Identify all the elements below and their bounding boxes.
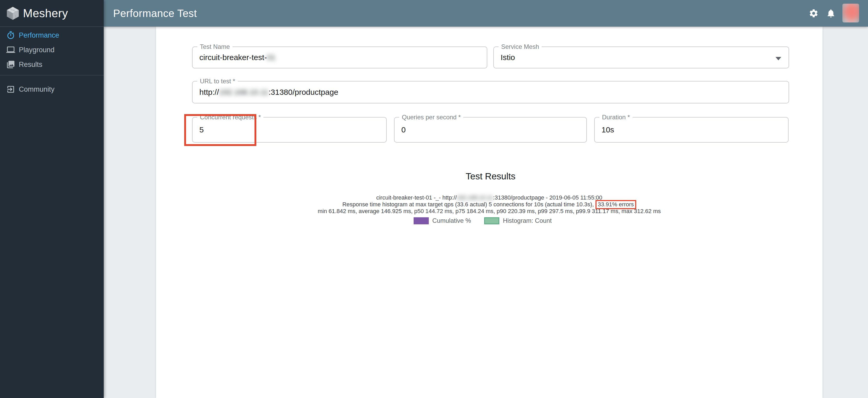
sidebar-item-label: Performance <box>19 31 59 39</box>
concurrent-requests-value: 5 <box>199 125 204 134</box>
meshery-app: Meshery Performance Playground Results <box>0 0 868 398</box>
meshery-logo-icon <box>6 6 20 20</box>
sidebar-item-performance[interactable]: Performance <box>0 28 104 42</box>
test-name-field[interactable]: Test Name circuit-breaker-test-01 <box>192 46 487 68</box>
sidebar-item-community[interactable]: Community <box>0 82 104 97</box>
test-results-summary: circuit-breaker-test-01 -_- http://192.1… <box>156 194 823 215</box>
url-field[interactable]: URL to test * http://192.168.10.11:31380… <box>192 81 789 103</box>
page-title: Performance Test <box>113 7 197 19</box>
brand-home-link[interactable]: Meshery <box>0 0 104 26</box>
laptop-icon <box>6 45 15 54</box>
duration-label: Duration * <box>599 113 632 121</box>
queries-per-second-value: 0 <box>401 125 406 134</box>
queries-per-second-field[interactable]: Queries per second * 0 <box>394 117 587 142</box>
summary-line-1: circuit-breaker-test-01 -_- http://192.1… <box>156 194 823 201</box>
brand-name: Meshery <box>23 7 68 20</box>
summary-line-3: min 61.842 ms, average 146.925 ms, p50 1… <box>156 208 823 215</box>
sidebar-divider <box>0 75 104 75</box>
redacted-text: 01 <box>267 53 275 62</box>
chart-legend: Cumulative % Histogram: Count <box>208 217 767 224</box>
legend-label-cumulative[interactable]: Cumulative % <box>432 217 471 224</box>
concurrent-requests-field[interactable]: Concurrent requests * 5 <box>192 117 387 142</box>
legend-swatch-cumulative[interactable] <box>414 217 429 224</box>
url-label: URL to test * <box>197 77 238 85</box>
notifications-button[interactable] <box>825 0 837 27</box>
concurrent-requests-label: Concurrent requests * <box>197 113 264 121</box>
sidebar-item-playground[interactable]: Playground <box>0 42 104 57</box>
sidebar-divider <box>0 26 104 27</box>
chevron-down-icon <box>775 57 781 60</box>
duration-field[interactable]: Duration * 10s <box>594 117 788 142</box>
stopwatch-icon <box>6 31 15 40</box>
queries-per-second-label: Queries per second * <box>399 113 463 121</box>
settings-button[interactable] <box>808 0 819 27</box>
avatar-image <box>842 4 859 23</box>
gallery-icon <box>6 60 15 69</box>
service-mesh-select[interactable]: Service Mesh Istio <box>493 46 789 68</box>
redacted-text: 192.168.10.11 <box>457 194 493 201</box>
sidebar-item-label: Community <box>19 86 55 94</box>
url-suffix: :31380/productpage <box>269 88 338 96</box>
legend-label-histogram[interactable]: Histogram: Count <box>503 217 552 224</box>
test-results-title: Test Results <box>192 171 789 181</box>
bell-icon <box>826 8 836 18</box>
sidebar: Meshery Performance Playground Results <box>0 0 104 398</box>
legend-swatch-histogram[interactable] <box>484 217 499 224</box>
exit-to-app-icon <box>6 85 15 94</box>
sidebar-item-label: Results <box>19 61 42 69</box>
url-prefix: http:// <box>199 88 219 96</box>
test-name-value: circuit-breaker-test- <box>199 53 267 62</box>
user-avatar[interactable] <box>842 4 859 23</box>
service-mesh-value: Istio <box>501 53 515 62</box>
service-mesh-label: Service Mesh <box>499 43 541 51</box>
duration-value: 10s <box>601 125 614 134</box>
summary-line-2: Response time histogram at max target qp… <box>156 201 823 208</box>
test-name-label: Test Name <box>197 43 232 51</box>
sidebar-item-results[interactable]: Results <box>0 57 104 72</box>
gear-icon <box>809 8 818 18</box>
app-header: Performance Test <box>104 0 868 27</box>
redacted-text: 192.168.10.11 <box>219 88 269 96</box>
sidebar-item-label: Playground <box>19 46 55 54</box>
